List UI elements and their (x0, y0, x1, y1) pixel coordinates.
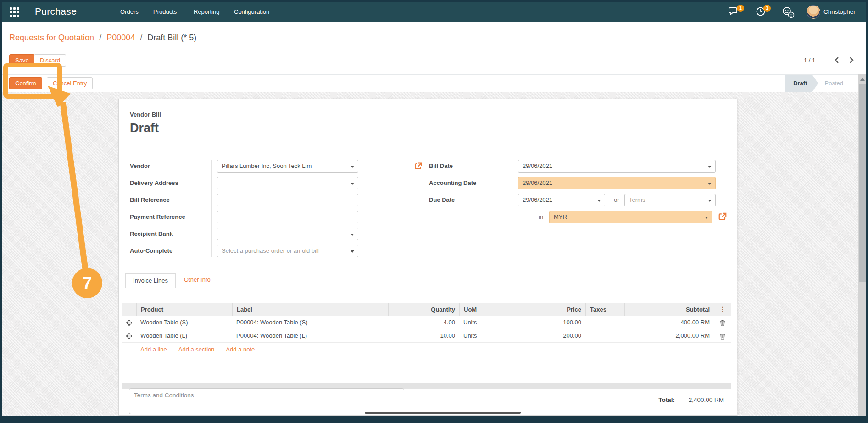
breadcrumb-link-rfq[interactable]: Requests for Quotation (9, 33, 94, 42)
due-date-select[interactable]: 29/06/2021 (518, 194, 605, 206)
table-row[interactable]: Wooden Table (S) P00004: Wooden Table (S… (122, 316, 731, 329)
cell-product[interactable]: Wooden Table (L) (136, 329, 232, 343)
left-group-separator (211, 160, 212, 257)
cell-taxes[interactable] (585, 316, 624, 329)
vertical-scrollbar-thumb[interactable] (859, 84, 866, 282)
confirm-button[interactable]: Confirm (9, 77, 42, 89)
moods-icon[interactable] (782, 6, 794, 17)
breadcrumb-separator: / (137, 33, 145, 42)
form-view-background: Vendor Bill Draft Vendor Pillars Lumber … (2, 92, 866, 416)
app-name[interactable]: Purchase (35, 6, 77, 17)
breadcrumb: Requests for Quotation / P00004 / Draft … (9, 33, 196, 43)
chevron-down-icon (351, 183, 354, 185)
bill-reference-input[interactable] (217, 194, 358, 206)
invoice-lines-table: Product Label Quantity UoM Price Taxes S… (122, 303, 731, 356)
activities-badge: 1 (763, 5, 771, 12)
table-header-row: Product Label Quantity UoM Price Taxes S… (122, 303, 731, 316)
col-uom[interactable]: UoM (459, 303, 501, 316)
horizontal-scrollbar-thumb[interactable] (365, 412, 521, 414)
cell-taxes[interactable] (585, 329, 624, 343)
bill-reference-label: Bill Reference (130, 196, 170, 203)
document-type-label: Vendor Bill (130, 111, 161, 118)
app-window: Purchase Orders Products Reporting Confi… (0, 0, 868, 423)
document-state-title: Draft (130, 121, 159, 135)
chevron-down-icon (708, 166, 712, 168)
col-quantity[interactable]: Quantity (388, 303, 459, 316)
col-product[interactable]: Product (136, 303, 232, 316)
recipient-bank-select[interactable] (217, 228, 358, 240)
nav-item-reporting[interactable]: Reporting (194, 8, 219, 15)
auto-complete-select[interactable]: Select a purchase order or an old bill (217, 245, 358, 257)
external-link-icon[interactable] (718, 212, 727, 223)
user-name[interactable]: Christopher (823, 8, 856, 15)
payment-terms-select[interactable]: Terms (624, 194, 716, 206)
vendor-label: Vendor (130, 162, 150, 169)
tab-invoice-lines[interactable]: Invoice Lines (125, 273, 176, 288)
nav-item-configuration[interactable]: Configuration (234, 8, 269, 15)
cell-label[interactable]: P00004: Wooden Table (L) (232, 329, 388, 343)
bill-date-select[interactable]: 29/06/2021 (518, 160, 716, 173)
add-a-section-link[interactable]: Add a section (178, 346, 215, 353)
handle-column-header (122, 303, 136, 316)
accounting-date-label: Accounting Date (429, 179, 476, 186)
col-subtotal[interactable]: Subtotal (624, 303, 714, 316)
breadcrumb-link-p00004[interactable]: P00004 (106, 33, 135, 42)
nav-item-orders[interactable]: Orders (120, 8, 139, 15)
vertical-scrollbar[interactable] (858, 74, 866, 416)
total-value: 2,400.00 RM (689, 396, 724, 403)
tab-other-info[interactable]: Other Info (184, 276, 211, 283)
col-taxes[interactable]: Taxes (585, 303, 624, 316)
add-a-line-link[interactable]: Add a line (140, 346, 167, 353)
external-link-icon[interactable] (414, 162, 423, 172)
terms-placeholder: Terms (629, 196, 645, 203)
state-posted[interactable]: Posted (818, 75, 848, 92)
accounting-date-value: 29/06/2021 (523, 179, 552, 186)
discard-button[interactable]: Discard (34, 54, 66, 67)
pager-value: 1 / 1 (804, 57, 815, 64)
delete-row-icon[interactable] (714, 316, 731, 329)
cancel-entry-button[interactable]: Cancel Entry (47, 77, 93, 89)
table-row[interactable]: Wooden Table (L) P00004: Wooden Table (L… (122, 329, 731, 343)
cell-price[interactable]: 100.00 (501, 316, 585, 329)
delivery-address-label: Delivery Address (130, 179, 178, 186)
delivery-address-select[interactable] (217, 177, 358, 189)
drag-handle-icon[interactable] (122, 316, 136, 329)
scroll-up-icon[interactable] (860, 78, 865, 81)
user-avatar[interactable] (807, 5, 820, 19)
cell-label[interactable]: P00004: Wooden Table (S) (232, 316, 388, 329)
currency-select[interactable]: MYR (549, 211, 712, 223)
apps-menu-icon[interactable] (10, 7, 20, 17)
drag-handle-icon[interactable] (122, 329, 136, 343)
or-label: or (614, 196, 619, 203)
cell-subtotal[interactable]: 400.00 RM (624, 316, 714, 329)
cell-product[interactable]: Wooden Table (S) (136, 316, 232, 329)
cell-price[interactable]: 200.00 (501, 329, 585, 343)
terms-and-conditions-textarea[interactable] (129, 388, 404, 414)
chevron-down-icon (708, 200, 712, 202)
vendor-select[interactable]: Pillars Lumber Inc, Soon Teck Lim (217, 160, 358, 173)
delete-row-icon[interactable] (714, 329, 731, 343)
save-button[interactable]: Save (9, 54, 35, 67)
table-options-icon[interactable]: ⋮ (714, 303, 731, 316)
col-price[interactable]: Price (501, 303, 585, 316)
browser-viewport: Purchase Orders Products Reporting Confi… (2, 2, 866, 416)
nav-item-products[interactable]: Products (153, 8, 177, 15)
cell-subtotal[interactable]: 2,000.00 RM (624, 329, 714, 343)
recipient-bank-label: Recipient Bank (130, 230, 173, 237)
vendor-bill-sheet: Vendor Bill Draft Vendor Pillars Lumber … (118, 99, 737, 416)
total-label: Total: (658, 396, 675, 403)
cell-quantity[interactable]: 4.00 (388, 316, 459, 329)
cell-uom[interactable]: Units (459, 316, 501, 329)
cell-uom[interactable]: Units (459, 329, 501, 343)
pager-next-icon[interactable] (848, 56, 855, 66)
messages-badge: 1 (737, 5, 744, 12)
payment-reference-input[interactable] (217, 211, 358, 223)
state-draft[interactable]: Draft (785, 75, 818, 92)
accounting-date-select[interactable]: 29/06/2021 (518, 177, 716, 189)
payment-reference-label: Payment Reference (130, 213, 185, 220)
breadcrumb-row: Requests for Quotation / P00004 / Draft … (2, 22, 866, 51)
col-label[interactable]: Label (232, 303, 388, 316)
cell-quantity[interactable]: 10.00 (388, 329, 459, 343)
add-a-note-link[interactable]: Add a note (226, 346, 255, 353)
pager-previous-icon[interactable] (833, 56, 840, 66)
